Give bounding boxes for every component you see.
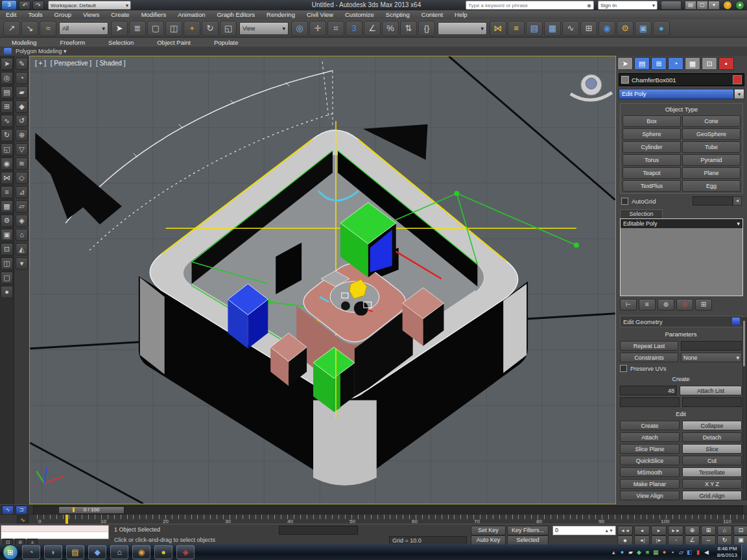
menu-animation[interactable]: Animation [172, 10, 211, 19]
create-tab[interactable]: ➤ [617, 57, 633, 70]
remove-modifier-icon[interactable]: ⊘ [676, 299, 693, 310]
ribbon-tab-populate[interactable]: Populate [202, 39, 250, 46]
tray-blue-icon[interactable]: ◧ [685, 546, 694, 559]
undo-icon[interactable]: ↶ [19, 1, 30, 10]
menu-graph-editors[interactable]: Graph Editors [211, 10, 261, 19]
home-tool-icon[interactable]: ⌂ [16, 229, 28, 241]
selected-dropdown[interactable]: Selected [507, 535, 549, 545]
ship-app-icon[interactable]: ⌂ [110, 545, 128, 559]
constraints-button[interactable]: Constraints [620, 353, 678, 362]
open-mini-curve-editor-icon[interactable]: ∿ [2, 506, 14, 515]
shape-tool-icon[interactable]: ▢ [1, 272, 13, 284]
current-time-spinner[interactable]: 0 ▲▼ [552, 526, 616, 535]
tray-doc-icon[interactable]: ▱ [677, 546, 685, 559]
pan-icon[interactable]: ⇔ [701, 535, 716, 545]
sphere-tool-icon[interactable]: ● [1, 286, 13, 298]
pyramid-tool-icon[interactable]: ◭ [16, 243, 28, 255]
keyinfo-button[interactable]: ▤ [685, 1, 696, 10]
field-of-view-icon[interactable]: ∠ [685, 535, 700, 545]
curve-editor-icon[interactable]: ∿ [562, 21, 579, 36]
named-sets-dropdown[interactable]: ▾ [438, 22, 487, 35]
tray-red-icon[interactable]: ▮ [694, 546, 702, 559]
box-button[interactable]: Box [622, 115, 681, 127]
spinner-arrows-icon[interactable]: ▲▼ [604, 526, 613, 535]
taskbar-clock[interactable]: 8:46 PM 8/6/2013 [717, 546, 737, 559]
maximize-viewport-icon[interactable]: ▣ [733, 535, 747, 545]
search-input[interactable]: Type a keyword or phrase ◉ [466, 1, 594, 10]
tray-update-icon[interactable]: ▴ [610, 546, 618, 559]
zoom-extents-all-icon[interactable]: ⊡ [733, 526, 747, 535]
empty-field-2[interactable] [682, 397, 742, 407]
track-bar[interactable]: ∿ 0102030405060708090100110 [0, 514, 747, 524]
rendered-frame-icon[interactable]: ▣ [635, 21, 652, 36]
time-slider-handle[interactable]: 0 / 100 [58, 506, 124, 514]
tray-orange-icon[interactable]: ● [660, 546, 669, 559]
grid-align-button[interactable]: Grid Align [682, 491, 742, 500]
rotate-tool-icon[interactable]: ↻ [1, 129, 13, 141]
isolate-tool-icon[interactable]: ⊡ [1, 243, 13, 255]
tray-green-icon[interactable]: ■ [643, 546, 652, 559]
time-slider-track[interactable]: 0 / 100 [33, 506, 743, 515]
preserve-uvs-checkbox[interactable] [620, 365, 627, 372]
signin-dropdown[interactable]: Sign In ▾ [598, 1, 658, 10]
menu-tools[interactable]: Tools [22, 10, 48, 19]
perspective-viewport[interactable]: [ + ] [ Perspective ] [ Shaded ] [29, 56, 616, 504]
spinner-snap-icon[interactable]: ⇅ [400, 21, 417, 36]
undo-tool-icon[interactable]: ↺ [16, 115, 28, 127]
quickslice-button[interactable]: QuickSlice [620, 456, 680, 465]
angle-snap-icon[interactable]: ∠ [364, 21, 381, 36]
tray-shield-icon[interactable]: ◆ [635, 546, 643, 559]
schematic-view-icon[interactable]: ⊞ [580, 21, 597, 36]
tray-cloud-icon[interactable]: ▰ [626, 546, 635, 559]
selection-region-icon[interactable]: ▢ [147, 21, 164, 36]
diamond-tool-icon[interactable]: ◆ [16, 100, 28, 113]
tube-button[interactable]: Tube [682, 141, 741, 153]
current-frame-marker[interactable] [65, 515, 68, 524]
auto-key-button[interactable]: Auto Key [471, 535, 506, 545]
viewport-pov-menu[interactable]: [ Perspective ] [51, 60, 91, 67]
repeat-last-button[interactable]: Repeat Last [620, 341, 678, 351]
pyramid-button[interactable]: Pyramid [682, 154, 741, 166]
time-config-icon[interactable]: ◔ [668, 535, 683, 545]
zoom-icon[interactable]: ⊕ [685, 526, 700, 535]
reference-coordinate-dropdown[interactable]: View▾ [239, 22, 289, 35]
select-by-name-icon[interactable]: ≣ [129, 21, 146, 36]
menu-modifiers[interactable]: Modifiers [136, 10, 172, 19]
select-and-manipulate-icon[interactable]: ✛ [309, 21, 326, 36]
empty-field-1[interactable] [620, 397, 680, 407]
attach-list-button[interactable]: Attach List [680, 386, 742, 395]
cut-button[interactable]: Cut [682, 456, 742, 465]
extras-tab[interactable]: ▪ [718, 57, 734, 70]
layers-tool-icon[interactable]: ▤ [1, 86, 13, 99]
gem-tool-icon[interactable]: ◈ [16, 215, 28, 227]
select-and-move-icon[interactable]: + [184, 21, 200, 36]
viewport-shading-menu[interactable]: [ Shaded ] [96, 60, 126, 67]
zoom-tool-icon[interactable]: ⊕ [16, 129, 28, 141]
open-mini-curve-editor-icon[interactable]: ∿ [17, 515, 29, 524]
utilities-tab[interactable]: ⊡ [702, 57, 717, 70]
ribbon-tab-selection[interactable]: Selection [97, 39, 145, 46]
box-tool-icon[interactable]: ▰ [16, 86, 28, 99]
menu-content[interactable]: Content [416, 10, 449, 19]
textplus-button[interactable]: TextPlus [622, 180, 681, 192]
sphere-button[interactable]: Sphere [622, 128, 681, 140]
start-button[interactable]: ⊞ [3, 544, 18, 560]
messenger-icon[interactable]: ◗ [44, 545, 62, 559]
tray-ie-icon[interactable]: ● [618, 546, 626, 559]
render-setup-icon[interactable]: ⚙ [617, 21, 634, 36]
object-color-swatch[interactable] [733, 75, 742, 84]
settings-tool-icon[interactable]: ⚙ [1, 215, 13, 227]
redo-icon[interactable]: ↷ [32, 1, 44, 10]
layer-manager-icon[interactable]: ▤ [526, 21, 543, 36]
lamp-app-icon[interactable]: ◉ [132, 545, 150, 559]
zoom-all-icon[interactable]: ⊞ [701, 526, 716, 535]
scale-tool-icon[interactable]: ◱ [1, 143, 13, 156]
bind-to-space-warp-icon[interactable]: ≈ [40, 21, 56, 36]
repeat-last-field[interactable] [681, 341, 742, 351]
tri-tool-icon[interactable]: ⊿ [16, 186, 28, 198]
orbit-icon[interactable]: ↻ [717, 535, 732, 545]
ribbon-tab-freeform[interactable]: Freeform [49, 39, 97, 46]
draw-tool-icon[interactable]: ✎ [16, 58, 28, 70]
object-name-field[interactable]: ChamferBox001 [632, 76, 733, 84]
egg-button[interactable]: Egg [682, 180, 741, 192]
